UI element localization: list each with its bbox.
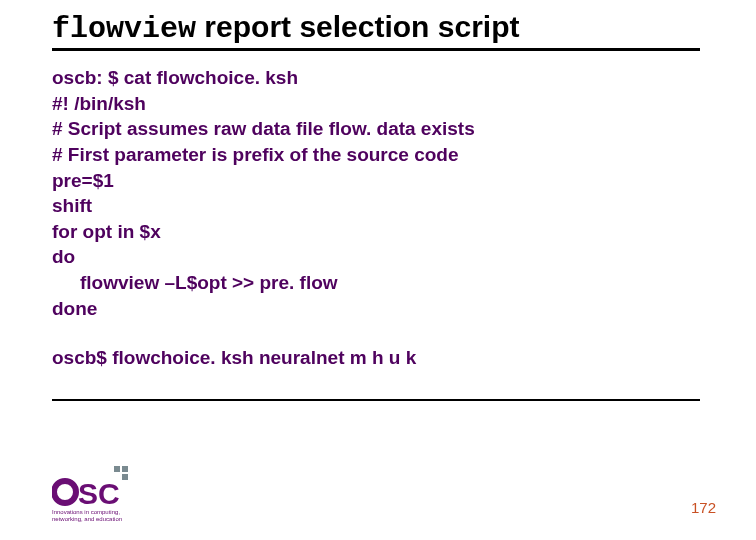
osc-logo: S C Innovations in computing, networking… xyxy=(52,466,162,530)
bottom-rule xyxy=(52,399,700,401)
code-line: #! /bin/ksh xyxy=(52,91,704,117)
code-line: # First parameter is prefix of the sourc… xyxy=(52,142,704,168)
svg-rect-2 xyxy=(122,474,128,480)
code-line: oscb: $ cat flowchoice. ksh xyxy=(52,65,704,91)
osc-logo-icon: S C Innovations in computing, networking… xyxy=(52,466,162,526)
svg-text:Innovations in computing,: Innovations in computing, xyxy=(52,509,120,515)
code-line: shift xyxy=(52,193,704,219)
title-mono: flowview xyxy=(52,12,196,46)
svg-rect-1 xyxy=(122,466,128,472)
code-line: oscb$ flowchoice. ksh neuralnet m h u k xyxy=(52,345,704,371)
slide-title: flowview report selection script xyxy=(52,5,704,46)
svg-text:S: S xyxy=(78,477,98,510)
svg-point-3 xyxy=(54,481,76,503)
svg-text:C: C xyxy=(98,477,120,510)
title-underline xyxy=(52,48,700,51)
svg-rect-0 xyxy=(114,466,120,472)
code-line: pre=$1 xyxy=(52,168,704,194)
title-rest: report selection script xyxy=(196,10,519,43)
code-line: done xyxy=(52,296,704,322)
code-line: flowview –L$opt >> pre. flow xyxy=(52,270,704,296)
slide: flowview report selection script oscb: $… xyxy=(0,0,756,540)
svg-text:networking, and education: networking, and education xyxy=(52,516,122,522)
code-block: oscb: $ cat flowchoice. ksh #! /bin/ksh … xyxy=(52,65,704,371)
page-number: 172 xyxy=(691,499,716,516)
code-line: # Script assumes raw data file flow. dat… xyxy=(52,116,704,142)
code-line: for opt in $x xyxy=(52,219,704,245)
blank-line xyxy=(52,321,704,345)
code-line: do xyxy=(52,244,704,270)
